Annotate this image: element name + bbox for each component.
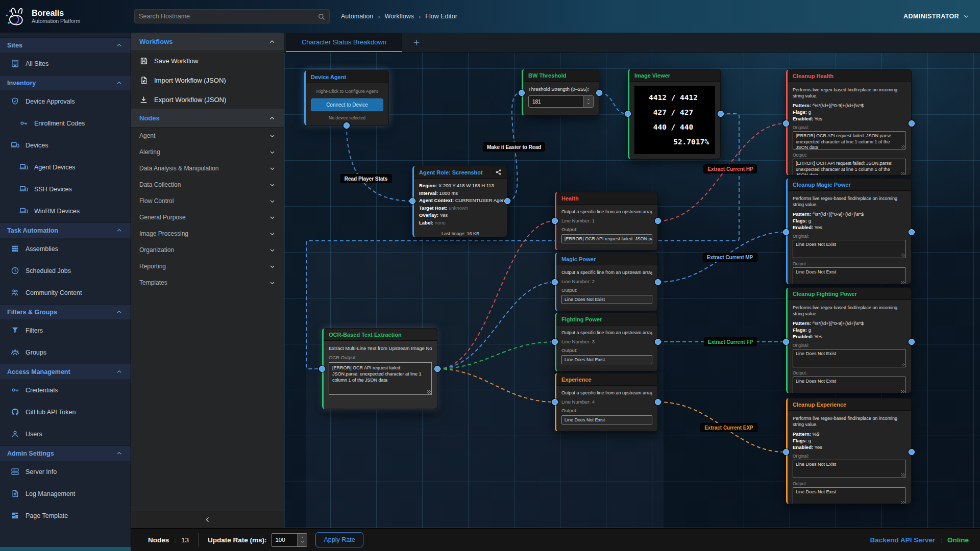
- node-category[interactable]: Templates: [131, 274, 284, 291]
- sidebar-item[interactable]: Server Info: [0, 461, 131, 483]
- edge-label[interactable]: Make it Easier to Read: [483, 142, 545, 152]
- connection-handle[interactable]: [596, 90, 602, 96]
- sidebar-item[interactable]: SSH Devices: [0, 178, 131, 200]
- update-rate-input[interactable]: [272, 533, 307, 547]
- connection-handle[interactable]: [552, 399, 558, 405]
- connect-to-device-button[interactable]: Connect to Device: [311, 98, 383, 111]
- brand[interactable]: Borealis Automation Platform: [0, 5, 131, 28]
- connection-handle[interactable]: [909, 339, 915, 345]
- tab-character-status-breakdown[interactable]: Character Status Breakdown: [286, 33, 402, 52]
- node-category[interactable]: Alerting: [131, 144, 284, 160]
- sidebar-item[interactable]: Filters: [0, 319, 131, 341]
- flow-node-cleanup-health[interactable]: Cleanup HealthPerforms live regex-based …: [786, 69, 912, 176]
- sidebar-item[interactable]: Agent Devices: [0, 156, 131, 178]
- panel-action[interactable]: Save Workflow: [131, 51, 284, 70]
- sidebar-section-header[interactable]: Access Management: [0, 364, 131, 379]
- flow-node-fighting-power[interactable]: Fighting PowerOutput a specific line fro…: [555, 313, 658, 371]
- connection-handle[interactable]: [783, 229, 789, 235]
- add-tab-button[interactable]: [402, 33, 431, 52]
- flow-node-image-viewer[interactable]: Image Viewer4412 / 4412427 / 427440 / 44…: [628, 69, 721, 159]
- output-textarea[interactable]: Line Does Not Exist: [793, 377, 906, 393]
- connection-handle[interactable]: [319, 366, 325, 372]
- connection-handle[interactable]: [344, 122, 350, 129]
- connection-handle[interactable]: [552, 279, 558, 285]
- flow-node-cleanup-experience[interactable]: Cleanup ExperiencePerforms live regex-ba…: [786, 398, 912, 504]
- output-field[interactable]: [ERROR] OCR API request failed: JSON.par…: [561, 234, 652, 243]
- edge-label[interactable]: Extract Current HP: [703, 164, 757, 173]
- node-category[interactable]: Agent: [131, 128, 284, 144]
- sidebar-item[interactable]: Log Management: [0, 483, 131, 505]
- connection-handle[interactable]: [909, 120, 915, 127]
- output-field[interactable]: Line Does Not Exist: [561, 415, 652, 424]
- edge-label[interactable]: Extract Current MP: [703, 253, 757, 262]
- sidebar-section-header[interactable]: Filters & Groups: [0, 304, 131, 319]
- sidebar-item[interactable]: Devices: [0, 134, 131, 156]
- connection-handle[interactable]: [909, 449, 915, 455]
- flow-node-device-agent[interactable]: Device AgentRight-Click to Configure Age…: [304, 70, 389, 126]
- apply-rate-button[interactable]: Apply Rate: [315, 532, 363, 547]
- edge-label[interactable]: Extract Current EXP: [700, 423, 757, 432]
- sidebar-item[interactable]: Credentials: [0, 379, 131, 401]
- connection-handle[interactable]: [519, 90, 525, 96]
- flow-node-ocr-text-extraction[interactable]: OCR-Based Text ExtractionExtract Multi-L…: [322, 328, 437, 409]
- node-category[interactable]: Organization: [131, 242, 284, 258]
- sidebar-item[interactable]: Page Template: [0, 505, 131, 527]
- node-category[interactable]: Data Analysis & Manipulation: [131, 160, 284, 177]
- node-category[interactable]: Reporting: [131, 258, 284, 274]
- number-stepper[interactable]: [297, 534, 307, 546]
- sidebar-item[interactable]: Enrollment Codes: [0, 112, 131, 134]
- sidebar-item[interactable]: Users: [0, 423, 131, 445]
- output-field[interactable]: Line Does Not Exist: [561, 295, 652, 304]
- node-category[interactable]: Data Collection: [131, 177, 284, 193]
- output-textarea[interactable]: Line Does Not Exist: [793, 267, 906, 284]
- sidebar-scrollbar[interactable]: [0, 547, 131, 551]
- original-textarea[interactable]: Line Does Not Exist: [793, 240, 906, 258]
- connection-handle[interactable]: [783, 449, 789, 455]
- original-textarea[interactable]: Line Does Not Exist: [793, 460, 906, 478]
- workflows-section-header[interactable]: Workflows: [131, 33, 284, 51]
- flow-node-agent-role-screenshot[interactable]: Agent Role: ScreenshotRegion: X:200 Y:41…: [412, 166, 507, 237]
- sidebar-item[interactable]: All Sites: [0, 53, 131, 74]
- sidebar-item[interactable]: GitHub API Token: [0, 401, 131, 423]
- flow-node-cleanup-fighting-power[interactable]: Cleanup Fighting PowerPerforms live rege…: [786, 287, 912, 393]
- flow-node-cleanup-magic-power[interactable]: Cleanup Magic PowerPerforms live regex-b…: [786, 178, 912, 284]
- sidebar-item[interactable]: Groups: [0, 341, 131, 363]
- sidebar-item[interactable]: WinRM Devices: [0, 200, 131, 222]
- output-textarea[interactable]: Line Does Not Exist: [793, 487, 906, 504]
- flow-node-magic-power[interactable]: Magic PowerOutput a specific line from a…: [555, 253, 658, 311]
- sidebar-section-header[interactable]: Inventory: [0, 75, 131, 90]
- sidebar-item[interactable]: Device Approvals: [0, 90, 131, 112]
- nodes-section-header[interactable]: Nodes: [131, 109, 284, 128]
- hostname-search[interactable]: [134, 9, 330, 23]
- output-field[interactable]: Line Does Not Exist: [561, 355, 652, 364]
- flow-canvas[interactable]: Device AgentRight-Click to Configure Age…: [284, 53, 980, 528]
- threshold-value-field[interactable]: [529, 96, 583, 107]
- connection-handle[interactable]: [655, 399, 661, 405]
- connection-handle[interactable]: [552, 218, 558, 224]
- connection-handle[interactable]: [655, 218, 661, 224]
- ocr-output-textarea[interactable]: [ERROR] OCR API request failed: JSON.par…: [329, 362, 432, 395]
- sidebar-item[interactable]: Scheduled Jobs: [0, 260, 131, 282]
- connection-handle[interactable]: [504, 198, 510, 204]
- edge-label[interactable]: Read Player Stats: [340, 174, 392, 183]
- connection-handle[interactable]: [718, 111, 724, 117]
- panel-action[interactable]: Import Workflow (JSON): [131, 70, 284, 90]
- search-icon[interactable]: [317, 13, 325, 20]
- edge-label[interactable]: Extract Current FP: [704, 337, 757, 346]
- breadcrumb-item[interactable]: Flow Editor: [425, 13, 457, 20]
- sidebar-item[interactable]: Assemblies: [0, 238, 131, 260]
- user-menu[interactable]: ADMINISTRATOR: [903, 13, 970, 20]
- number-stepper[interactable]: [583, 96, 593, 107]
- connection-handle[interactable]: [625, 111, 631, 117]
- breadcrumb-item[interactable]: Workflows: [385, 13, 414, 20]
- breadcrumb-item[interactable]: Automation: [341, 13, 373, 20]
- connection-handle[interactable]: [655, 279, 661, 285]
- connection-handle[interactable]: [552, 339, 558, 345]
- output-textarea[interactable]: [ERROR] OCR API request failed: JSON.par…: [793, 159, 906, 176]
- connection-handle[interactable]: [409, 198, 415, 204]
- panel-action[interactable]: Export Workflow (JSON): [131, 90, 284, 109]
- flow-node-bw-threshold[interactable]: BW ThresholdThreshold Strength (0–255):: [522, 69, 599, 116]
- sidebar-section-header[interactable]: Admin Settings: [0, 445, 131, 461]
- connection-handle[interactable]: [909, 229, 915, 235]
- connection-handle[interactable]: [783, 339, 789, 345]
